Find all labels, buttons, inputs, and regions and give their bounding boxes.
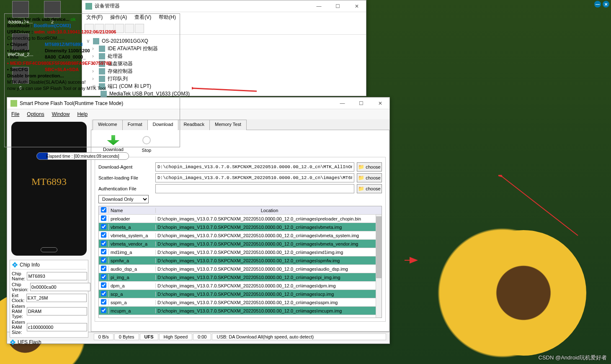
- scrollbar[interactable]: [376, 215, 382, 318]
- table-row[interactable]: mcupm_aD:\chopin_images_V13.0.7.0.SKPCNX…: [99, 307, 382, 315]
- chip-info-panel: 💠Chip Info Chip Name: Chip Version: Ext …: [10, 260, 88, 338]
- close-button[interactable]: ✕: [371, 97, 389, 109]
- ram-size-field[interactable]: [27, 323, 87, 331]
- download-mode-select[interactable]: Download Only: [98, 195, 149, 203]
- table-row[interactable]: pi_img_aD:\chopin_images_V13.0.7.0.SKPCN…: [99, 273, 382, 282]
- tab-memory-test[interactable]: Memory Test: [209, 120, 247, 130]
- progress-bar: Elapsed time : [00:minutes:09:seconds]: [36, 152, 129, 160]
- table-row[interactable]: dpm_aD:\chopin_images_V13.0.7.0.SKPCNXM_…: [99, 282, 382, 290]
- table-row[interactable]: vbmeta_system_aD:\chopin_images_V13.0.7.…: [99, 231, 382, 240]
- partition-table[interactable]: Name Location preloaderD:\chopin_images_…: [98, 206, 382, 318]
- chip-name-field[interactable]: [27, 272, 87, 280]
- table-row[interactable]: scp_aD:\chopin_images_V13.0.7.0.SKPCNXM_…: [99, 290, 382, 298]
- ram-type-field[interactable]: [27, 307, 87, 315]
- chip-version-field[interactable]: [30, 283, 90, 291]
- select-all-checkbox[interactable]: [101, 207, 106, 213]
- window-title: 设备管理器: [95, 3, 120, 10]
- table-row[interactable]: audio_dsp_aD:\chopin_images_V13.0.7.0.SK…: [99, 265, 382, 273]
- chip-label: MT6893: [11, 176, 87, 187]
- table-row[interactable]: spmfw_aD:\chopin_images_V13.0.7.0.SKPCNX…: [99, 256, 382, 265]
- choose-auth-button[interactable]: choose: [357, 184, 382, 193]
- close-button[interactable]: ✕: [603, 1, 609, 8]
- close-button[interactable]: ✕: [347, 0, 366, 12]
- da-path-input[interactable]: [155, 162, 354, 172]
- ext-clock-field[interactable]: [26, 294, 87, 302]
- table-row[interactable]: vbmeta_vendor_aD:\chopin_images_V13.0.7.…: [99, 240, 382, 248]
- choose-da-button[interactable]: choose: [357, 162, 382, 172]
- table-row[interactable]: sspm_aD:\chopin_images_V13.0.7.0.SKPCNXM…: [99, 298, 382, 307]
- watermark: CSDN @Android玩机爱好者: [539, 354, 607, 361]
- tab-readback[interactable]: Readback: [178, 120, 210, 130]
- log-area: Waiting for mtk usb device... okBootMode…: [4, 13, 180, 147]
- minimize-button[interactable]: —: [594, 1, 601, 8]
- minimize-button[interactable]: —: [333, 97, 352, 109]
- choose-scatter-button[interactable]: choose: [357, 173, 382, 182]
- auth-path-input[interactable]: [155, 184, 354, 193]
- table-row[interactable]: vbmeta_aD:\chopin_images_V13.0.7.0.SKPCN…: [99, 223, 382, 231]
- table-row[interactable]: md1img_aD:\chopin_images_V13.0.7.0.SKPCN…: [99, 248, 382, 256]
- scatter-path-input[interactable]: [155, 173, 354, 182]
- devmgr-icon: [85, 3, 92, 10]
- minimize-button[interactable]: —: [309, 0, 328, 12]
- maximize-button[interactable]: ☐: [352, 97, 371, 109]
- ufs-flash-label: UFS Flash: [18, 339, 41, 345]
- maximize-button[interactable]: ☐: [328, 0, 347, 12]
- table-row[interactable]: preloaderD:\chopin_images_V13.0.7.0.SKPC…: [99, 215, 382, 223]
